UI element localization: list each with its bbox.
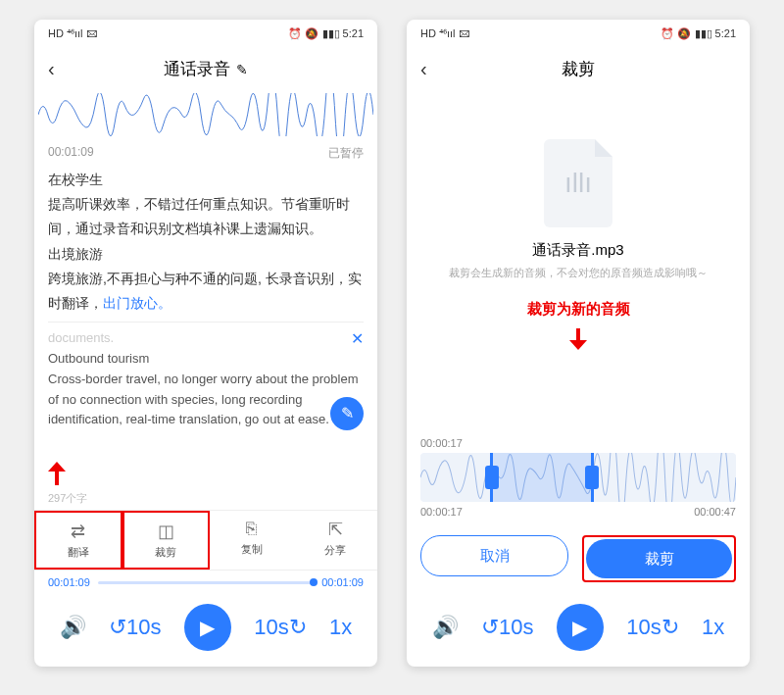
play-button[interactable]: ▶ (557, 604, 604, 651)
header: ‹ 通话录音✎ (34, 47, 377, 90)
rewind-icon[interactable]: ↺10s (109, 615, 161, 640)
close-icon[interactable]: ✕ (351, 326, 364, 352)
annotation-text: 裁剪为新的音频 (527, 300, 630, 319)
page-title: 通话录音✎ (164, 58, 248, 80)
screen-recording: HD ⁴⁶ııl 🖂 ⏰ 🔕 ▮▮▯ 5:21 ‹ 通话录音✎ 00:01:09… (34, 20, 377, 667)
rewind-icon[interactable]: ↺10s (481, 615, 533, 640)
annotation-arrow (569, 328, 587, 354)
play-button[interactable]: ▶ (184, 604, 231, 651)
seek-bar[interactable]: 00:01:0900:01:09 (34, 571, 377, 594)
time-row: 00:01:09已暂停 (34, 139, 377, 168)
translate-button[interactable]: ⇄翻译 (34, 511, 122, 570)
back-icon[interactable]: ‹ (48, 58, 55, 80)
trim-confirm-button[interactable]: 裁剪 (586, 539, 732, 578)
file-name: 通话录音.mp3 (532, 241, 623, 260)
speed-button[interactable]: 1x (329, 615, 352, 640)
trim-selection[interactable] (490, 453, 594, 502)
transcript: 在校学生 提高听课效率，不错过任何重点知识。节省重听时间，通过录音和识别文档填补… (34, 168, 377, 466)
forward-icon[interactable]: 10s↻ (254, 615, 306, 640)
button-row: 取消 裁剪 (407, 523, 750, 594)
status-bar: HD ⁴⁶ııl 🖂 ⏰ 🔕 ▮▮▯ 5:21 (407, 20, 750, 47)
forward-icon[interactable]: 10s↻ (626, 615, 678, 640)
word-count: 297个字 (34, 487, 377, 510)
screen-trim: HD ⁴⁶ııl 🖂 ⏰ 🔕 ▮▮▯ 5:21 ‹ 裁剪 ıllı 通话录音.m… (407, 20, 750, 667)
edit-icon[interactable]: ✎ (236, 62, 248, 77)
share-button[interactable]: ⇱分享 (294, 511, 378, 570)
back-icon[interactable]: ‹ (420, 58, 427, 80)
volume-icon[interactable]: 🔊 (60, 615, 86, 640)
trim-waveform[interactable] (420, 453, 736, 502)
player-controls: 🔊 ↺10s ▶ 10s↻ 1x (34, 594, 377, 667)
file-hint: 裁剪会生成新的音频，不会对您的原音频造成影响哦～ (449, 266, 708, 280)
cancel-button[interactable]: 取消 (420, 535, 568, 576)
trim-editor: 00:00:17 00:00:1700:00:47 (407, 423, 750, 523)
waveform[interactable] (34, 90, 377, 139)
trim-button[interactable]: ◫裁剪 (122, 511, 211, 570)
header: ‹ 裁剪 (407, 47, 750, 90)
volume-icon[interactable]: 🔊 (432, 615, 459, 640)
annotation-arrow (48, 462, 66, 487)
player-controls: 🔊 ↺10s ▶ 10s↻ 1x (407, 594, 750, 667)
copy-button[interactable]: ⎘复制 (210, 511, 294, 570)
link[interactable]: 出门放心。 (103, 295, 172, 311)
translation-box: ✕ documents. Outbound tourism Cross-bord… (48, 322, 364, 430)
status-bar: HD ⁴⁶ııl 🖂 ⏰ 🔕 ▮▮▯ 5:21 (34, 20, 377, 47)
edit-button[interactable]: ✎ (330, 397, 364, 430)
file-icon: ıllı (544, 139, 612, 227)
page-title: 裁剪 (562, 58, 595, 80)
action-bar: ⇄翻译 ◫裁剪 ⎘复制 ⇱分享 (34, 510, 377, 571)
speed-button[interactable]: 1x (702, 615, 724, 640)
